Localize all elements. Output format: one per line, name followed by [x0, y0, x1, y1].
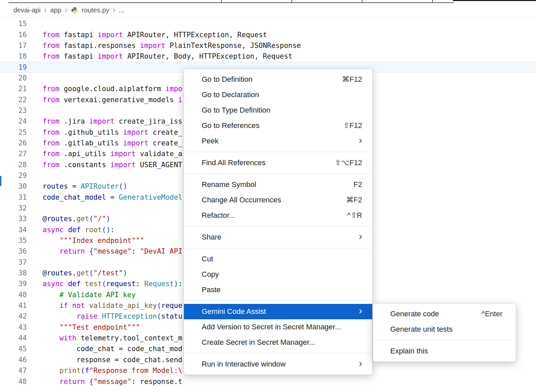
line-number[interactable]: 45 [0, 345, 27, 353]
menu-item-go-to-references[interactable]: Go to References⇧F12 [184, 118, 372, 133]
code-text[interactable]: with telemetry.tool_context_m [43, 334, 182, 342]
menu-item-go-to-type-definition[interactable]: Go to Type Definition [184, 103, 372, 118]
code-line[interactable]: 16from fastapi import APIRouter, HTTPExc… [0, 29, 536, 40]
code-text[interactable]: if not validate_api_key(reque [43, 302, 182, 310]
menu-item-run-in-interactive-window[interactable]: Run in Interactive window› [184, 356, 372, 372]
code-text[interactable]: return {"message": response.t [43, 378, 182, 386]
line-number[interactable]: 17 [0, 42, 27, 50]
tab-separator [362, 0, 362, 3]
line-number[interactable]: 34 [0, 226, 27, 234]
line-number[interactable]: 42 [0, 312, 27, 320]
line-number[interactable]: 22 [0, 96, 27, 104]
line-number[interactable]: 15 [0, 20, 27, 28]
code-line[interactable]: 15 [0, 18, 536, 29]
line-number[interactable]: 39 [0, 280, 27, 288]
line-number[interactable]: 33 [0, 215, 27, 223]
line-number[interactable]: 27 [0, 150, 27, 158]
menu-item-generate-unit-tests[interactable]: Generate unit tests [373, 322, 516, 337]
menu-item-keybinding: ⇧⌥F12 [335, 158, 362, 167]
line-number[interactable]: 46 [0, 356, 27, 364]
line-number[interactable]: 31 [0, 193, 27, 201]
chevron-right-icon: › [65, 6, 68, 14]
line-number[interactable]: 21 [0, 85, 27, 93]
code-text[interactable]: """Test endpoint""" [43, 323, 140, 331]
line-number[interactable]: 32 [0, 204, 27, 212]
code-text[interactable]: from vertexai.generative_models i [43, 96, 182, 104]
line-number[interactable]: 19 [0, 63, 27, 71]
menu-item-add-version-to-secret-in-secret-manager[interactable]: Add Version to Secret in Secret Manager.… [184, 319, 372, 335]
line-number[interactable]: 38 [0, 269, 27, 277]
code-line[interactable]: 18from fastapi import APIRouter, Body, H… [0, 51, 536, 62]
code-text[interactable]: print(f"Response from Model:\ [43, 367, 182, 375]
breadcrumb-folder[interactable]: devai-api [13, 6, 41, 14]
menu-item-refactor[interactable]: Refactor...^⇧R [184, 208, 372, 223]
menu-item-go-to-declaration[interactable]: Go to Declaration [184, 87, 372, 103]
breadcrumb-symbol[interactable]: ... [119, 6, 125, 14]
code-text[interactable]: code_chat = code_chat_mod [43, 345, 182, 353]
code-text[interactable]: from .jira import create_jira_iss [43, 117, 182, 125]
code-text[interactable]: from fastapi import APIRouter, Body, HTT… [43, 52, 292, 60]
line-number[interactable]: 20 [0, 74, 27, 82]
code-text[interactable]: @routes.get("/") [43, 215, 110, 223]
menu-item-peek[interactable]: Peek› [184, 133, 372, 149]
menu-item-create-secret-in-secret-manager[interactable]: Create Secret in Secret Manager... [184, 335, 372, 350]
code-text[interactable]: from fastapi.responses import PlainTextR… [43, 42, 301, 50]
line-number[interactable]: 23 [0, 107, 27, 115]
line-number[interactable]: 47 [0, 367, 27, 375]
menu-item-label: Peek [202, 137, 218, 145]
code-text[interactable]: from .github_utils import create_ [43, 128, 182, 136]
menu-item-paste[interactable]: Paste [184, 282, 372, 298]
menu-item-share[interactable]: Share› [184, 230, 372, 245]
code-text[interactable]: routes = APIRouter() [43, 182, 127, 190]
code-line[interactable]: 48 return {"message": response.t [0, 376, 536, 387]
line-number[interactable]: 28 [0, 161, 27, 169]
code-text[interactable]: response = code_chat.send [43, 356, 182, 364]
line-number[interactable]: 25 [0, 128, 27, 136]
menu-divider [184, 174, 372, 174]
menu-item-rename-symbol[interactable]: Rename SymbolF2 [184, 177, 372, 192]
code-text[interactable]: """Index endpoint""" [43, 237, 144, 245]
menu-item-find-all-references[interactable]: Find All References⇧⌥F12 [184, 155, 372, 171]
menu-item-label: Run in Interactive window [202, 360, 286, 369]
line-number[interactable]: 43 [0, 323, 27, 331]
code-text[interactable]: from google.cloud.aiplatform impo [43, 85, 182, 93]
line-number[interactable]: 44 [0, 334, 27, 342]
breadcrumb-file[interactable]: routes.py [82, 6, 109, 14]
menu-item-copy[interactable]: Copy [184, 267, 372, 282]
menu-item-go-to-definition[interactable]: Go to Definition⌘F12 [184, 72, 372, 87]
tab-separator [221, 0, 222, 3]
line-number[interactable]: 16 [0, 31, 27, 39]
line-number[interactable]: 48 [0, 378, 27, 386]
code-text[interactable]: from .api_utils import validate_a [43, 150, 182, 158]
code-text[interactable]: from .gitlab_utils import create_ [43, 139, 182, 147]
menu-item-gemini-code-assist[interactable]: Gemini Code Assist› [184, 304, 372, 319]
line-number[interactable]: 41 [0, 302, 27, 310]
gemini-code-assist-submenu: Generate code^EnterGenerate unit testsEx… [373, 303, 516, 362]
code-text[interactable]: async def test(request: Request): [43, 280, 182, 288]
line-number[interactable]: 36 [0, 247, 27, 255]
line-number[interactable]: 26 [0, 139, 27, 147]
line-number[interactable]: 37 [0, 258, 27, 266]
code-text[interactable]: raise HTTPException(statu [43, 312, 182, 320]
code-text[interactable]: code_chat_model = GenerativeModel [43, 193, 182, 201]
code-text[interactable]: return {"message": "DevAI API [43, 247, 182, 255]
line-number[interactable]: 18 [0, 52, 27, 60]
code-text[interactable]: from .constants import USER_AGENT [43, 161, 182, 169]
code-text[interactable]: @routes.get("/test") [43, 269, 127, 277]
menu-item-cut[interactable]: Cut [184, 251, 372, 267]
line-number[interactable]: 29 [0, 172, 27, 180]
menu-item-change-all-occurrences[interactable]: Change All Occurrences⌘F2 [184, 192, 372, 208]
menu-divider [373, 340, 516, 340]
line-number[interactable]: 40 [0, 291, 27, 299]
vscode-editor-window: { "colors": { "accent": "#0b63ce", "keyw… [0, 0, 536, 392]
menu-item-explain-this[interactable]: Explain this [373, 343, 516, 359]
menu-item-generate-code[interactable]: Generate code^Enter [373, 306, 516, 322]
code-text[interactable]: async def root(): [43, 226, 115, 234]
line-number[interactable]: 24 [0, 117, 27, 125]
line-number[interactable]: 30 [0, 182, 27, 190]
code-text[interactable]: from fastapi import APIRouter, HTTPExcep… [43, 31, 267, 39]
line-number[interactable]: 35 [0, 237, 27, 245]
breadcrumb-folder[interactable]: app [50, 6, 61, 14]
code-text[interactable]: # Validate API key [43, 291, 136, 299]
code-line[interactable]: 17from fastapi.responses import PlainTex… [0, 40, 536, 51]
